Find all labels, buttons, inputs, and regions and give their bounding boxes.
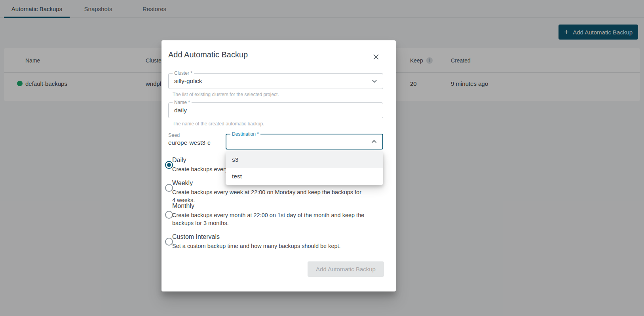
schedule-label: Monthly [172, 202, 194, 210]
cluster-select[interactable]: Cluster * silly-golick [168, 73, 383, 89]
chevron-down-icon[interactable] [370, 77, 379, 85]
name-label: Name * [173, 100, 192, 105]
radio-monthly[interactable] [165, 211, 173, 219]
destination-options-menu: s3 test [226, 151, 383, 185]
add-backup-dialog: Add Automatic Backup Cluster * silly-gol… [161, 40, 396, 291]
schedule-label: Daily [172, 157, 186, 164]
name-value: daily [174, 107, 187, 114]
schedule-description: Set a custom backup time and how many ba… [172, 242, 366, 250]
chevron-up-icon[interactable] [370, 137, 378, 146]
destination-label: Destination * [230, 131, 260, 137]
radio-custom-intervals[interactable] [165, 238, 173, 246]
close-icon[interactable] [370, 51, 382, 62]
schedule-description: Create backups every week at 22:00 on Mo… [172, 188, 366, 204]
seed-value: europe-west3-c [168, 139, 211, 146]
submit-add-backup-button[interactable]: Add Automatic Backup [308, 261, 384, 277]
radio-daily[interactable] [165, 161, 173, 169]
radio-weekly[interactable] [165, 184, 173, 192]
name-helper-text: The name of the created automatic backup… [173, 121, 264, 127]
destination-select[interactable]: Destination * [226, 134, 383, 149]
cluster-value: silly-golick [174, 78, 202, 85]
destination-option-test[interactable]: test [226, 168, 383, 185]
schedule-label: Weekly [172, 180, 193, 187]
cluster-helper-text: The list of existing clusters for the se… [173, 92, 279, 97]
cluster-label: Cluster * [173, 70, 194, 76]
name-input[interactable]: Name * daily [168, 102, 383, 118]
seed-label: Seed [168, 132, 180, 138]
dialog-title: Add Automatic Backup [168, 50, 248, 59]
schedule-description: Create backups every month at 22:00 on 1… [172, 211, 366, 227]
destination-option-s3[interactable]: s3 [226, 151, 383, 168]
schedule-label: Custom Intervals [172, 233, 220, 240]
